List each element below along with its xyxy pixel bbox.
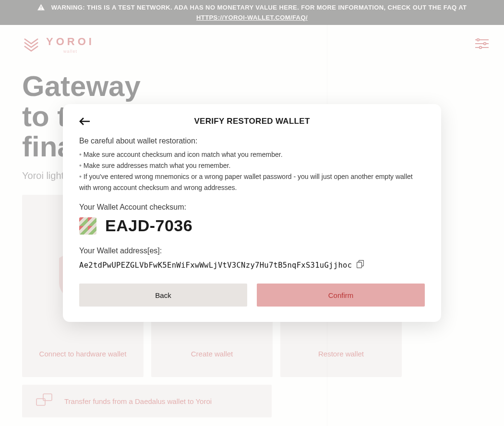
checksum-label: Your Wallet Account checksum: [79, 203, 425, 212]
copy-icon[interactable] [357, 260, 364, 270]
wallet-address: Ae2tdPwUPEZGLVbFwK5EnWiFxwWwLjVtV3CNzy7H… [79, 261, 352, 270]
verify-restored-wallet-modal: VERIFY RESTORED WALLET Be careful about … [63, 104, 441, 322]
address-row: Ae2tdPwUPEZGLVbFwK5EnWiFxwWwLjVtV3CNzy7H… [79, 260, 425, 270]
caution-item: Make sure account checksum and icon matc… [79, 149, 425, 160]
checksum-value: EAJD-7036 [105, 216, 192, 235]
address-label: Your Wallet address[es]: [79, 247, 425, 255]
modal-overlay: VERIFY RESTORED WALLET Be careful about … [0, 0, 504, 426]
modal-title: VERIFY RESTORED WALLET [79, 117, 425, 126]
caution-item: Make sure addresses match what you remem… [79, 160, 425, 171]
svg-rect-13 [357, 262, 362, 268]
back-arrow-icon[interactable] [77, 116, 92, 129]
modal-actions: Back Confirm [79, 284, 425, 307]
caution-item: If you've entered wrong mnemonics or a w… [79, 171, 425, 193]
checksum-row: EAJD-7036 [79, 216, 425, 235]
caution-list: Make sure account checksum and icon matc… [79, 149, 425, 193]
back-button[interactable]: Back [79, 284, 247, 307]
caution-heading: Be careful about wallet restoration: [79, 137, 425, 145]
checksum-identicon [79, 217, 96, 235]
confirm-button[interactable]: Confirm [257, 284, 425, 307]
